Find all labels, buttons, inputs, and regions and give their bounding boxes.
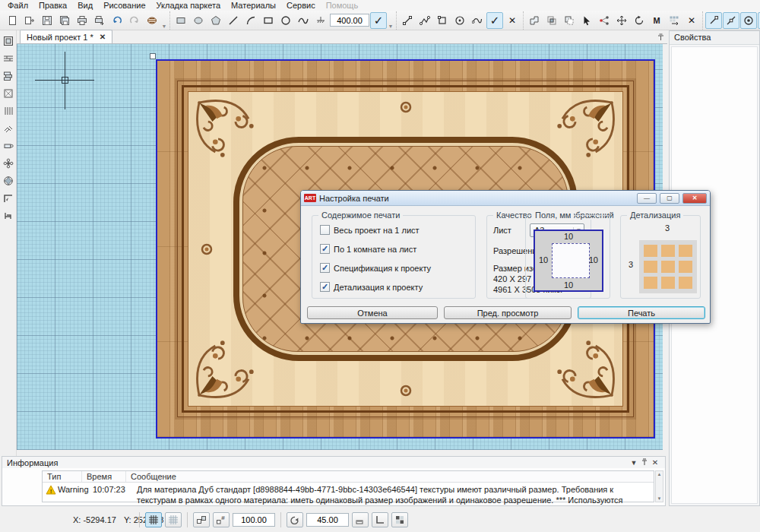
apply-contour-icon[interactable]: ✓ [486,12,503,29]
print-icon[interactable] [74,12,90,29]
maximize-icon[interactable]: ▢ [660,193,679,204]
medallion-icon[interactable] [1,173,16,188]
segment-length-input[interactable] [330,14,369,27]
cancel-edit-icon[interactable]: ✕ [683,12,700,29]
cancel-contour-icon[interactable]: ✕ [504,12,521,29]
checkbox-detail-box[interactable]: ✓ [320,282,330,292]
node-edit-icon[interactable] [596,12,613,29]
tab-close-icon[interactable]: ✕ [100,33,106,41]
plank-rows-icon[interactable] [1,51,16,66]
detail-grid-preview [639,240,697,293]
contour-rectangle-icon[interactable] [434,12,451,29]
contour-polyline-icon[interactable] [416,12,433,29]
ortho-mode-icon[interactable] [372,512,388,527]
column-message[interactable]: Сообщение [126,471,654,482]
tile-pattern-icon[interactable] [1,86,16,101]
panel-pin-icon[interactable] [657,33,667,43]
plank-tag-icon[interactable] [1,138,16,154]
filled-ellipse-icon[interactable] [190,12,207,29]
snap-center-icon[interactable] [740,12,757,29]
apply-icon[interactable]: ✓ [370,12,387,29]
new-document-icon[interactable] [4,12,21,29]
rosette-icon[interactable] [1,156,16,171]
grid-minor-icon[interactable] [165,512,182,527]
print-export-icon[interactable] [91,12,108,29]
select-arrow-icon[interactable] [578,12,595,29]
furniture-icon[interactable] [1,208,16,223]
menu-view[interactable]: Вид [73,1,97,10]
array-icon[interactable] [666,12,682,29]
snap-endpoint-icon[interactable] [705,12,722,29]
snap-to-grid-icon[interactable] [193,512,210,527]
angle-step-icon[interactable] [287,512,303,527]
close-icon[interactable]: ✕ [682,193,707,204]
checkbox-room-per-sheet[interactable]: ✓ По 1 комнате на лист [320,244,416,254]
column-type[interactable]: Тип [43,471,82,482]
shape-tool-group: ✓ ▼ [169,11,396,30]
pin-icon[interactable] [639,458,650,467]
file-group-overflow-icon[interactable]: ▼ [161,12,167,29]
line-icon[interactable] [225,12,242,29]
menu-file[interactable]: Файл [3,1,33,10]
minimize-icon[interactable]: — [637,193,657,204]
preview-button[interactable]: Пред. просмотр [444,306,572,319]
checkbox-room-per-sheet-box[interactable]: ✓ [320,244,330,254]
boolean-subtract-icon[interactable] [561,12,578,29]
herringbone-pattern-icon[interactable] [1,121,16,136]
close-icon[interactable]: ✕ [650,458,660,467]
ruler-mode-icon[interactable] [352,512,369,527]
shape-group-overflow-icon[interactable]: ▼ [388,12,394,29]
room-layout-icon[interactable] [1,33,16,49]
grid-visible-icon[interactable] [145,512,162,527]
chevron-down-icon[interactable]: ▼ [629,459,639,467]
dimension-icon[interactable] [312,12,329,29]
materials-library-icon[interactable] [144,12,160,29]
deck-pattern-icon[interactable] [1,103,16,119]
save-icon[interactable] [39,12,55,29]
filled-polygon-icon[interactable] [207,12,224,29]
border-corner-icon[interactable] [1,191,16,206]
undo-icon[interactable] [109,12,125,29]
column-time[interactable]: Время [82,471,126,482]
checkbox-detail[interactable]: ✓ Детализация к проекту [320,282,423,292]
message-scrollbar[interactable]: ▲▼ [655,470,663,502]
contour-circle-icon[interactable] [451,12,468,29]
checkbox-whole-project[interactable]: ✓ Весь проект на 1 лист [320,225,420,235]
save-all-icon[interactable] [56,12,73,29]
checkbox-specification-box[interactable]: ✓ [320,263,330,273]
circle-icon[interactable] [277,12,294,29]
open-project-icon[interactable] [21,12,38,29]
boolean-union-icon[interactable] [526,12,543,29]
checkbox-whole-project-box[interactable]: ✓ [320,225,330,235]
rectangle-icon[interactable] [260,12,277,29]
tab-new-project[interactable]: Новый проект 1 * ✕ [20,30,112,43]
menu-help[interactable]: Помощь [321,1,363,10]
grid-step-input[interactable] [233,513,275,527]
menu-parquet-laying[interactable]: Укладка паркета [152,1,226,10]
tile-preview-icon[interactable] [391,512,408,527]
plank-stack-icon[interactable] [1,68,16,84]
contour-line-icon[interactable] [399,12,416,29]
checkbox-specification[interactable]: ✓ Спецификация к проекту [320,263,431,273]
contour-spline-icon[interactable] [469,12,486,29]
move-icon[interactable] [613,12,630,29]
angle-input[interactable] [306,513,349,527]
menu-materials[interactable]: Материалы [226,1,280,10]
print-button[interactable]: Печать [578,306,705,319]
filled-rectangle-icon[interactable] [173,12,189,29]
boolean-intersect-icon[interactable] [543,12,560,29]
spline-icon[interactable] [295,12,312,29]
menu-service[interactable]: Сервис [282,1,320,10]
menu-draw[interactable]: Рисование [99,1,150,10]
snap-midpoint-icon[interactable] [723,12,739,29]
arc-icon[interactable] [242,12,259,29]
menu-edit[interactable]: Правка [34,1,71,10]
snap-step-icon[interactable]: # [213,512,230,527]
cancel-button[interactable]: Отмена [307,306,438,319]
rotate-icon[interactable] [631,12,648,29]
mirror-icon[interactable]: M [648,12,665,29]
dialog-titlebar[interactable]: ART Настройка печати — ▢ ✕ [301,191,710,206]
redo-icon[interactable] [126,12,143,29]
selection-handle[interactable] [150,53,156,59]
info-panel: Информация ▼ ✕ Тип Время Сообщение ! War… [2,456,666,506]
